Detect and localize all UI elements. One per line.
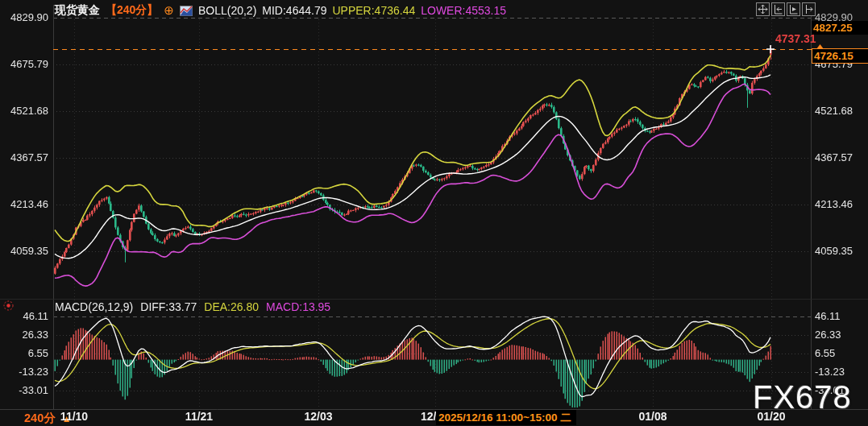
y-tick-main-left: 4521.68 xyxy=(0,105,48,117)
x-tick: 11/21 xyxy=(185,410,213,423)
macd-diff-value: DIFF:33.77 xyxy=(140,300,197,313)
boll-mid-value: MID:4644.79 xyxy=(262,4,326,17)
y-tick-macd-left: 26.33 xyxy=(0,329,48,341)
y-tick-main-left: 4213.46 xyxy=(0,198,48,210)
high-marker-label: 4827.25 xyxy=(812,21,868,35)
shift-right-icon[interactable] xyxy=(802,2,816,16)
y-tick-main-right: 4367.57 xyxy=(815,151,853,163)
macd-name: MACD(26,12,9) xyxy=(55,300,133,313)
x-tick: 01/08 xyxy=(638,410,667,423)
macd-header: MACD(26,12,9) DIFF:33.77 DEA:26.80 MACD:… xyxy=(55,300,330,313)
x-tick: 11/10 xyxy=(60,410,88,423)
chart-thumb-icon[interactable] xyxy=(180,6,193,16)
y-tick-macd-right: 46.11 xyxy=(815,310,841,322)
boll-label: BOLL(20,2) xyxy=(198,4,256,17)
y-tick-main-left: 4675.79 xyxy=(0,58,48,70)
fit-left-icon[interactable] xyxy=(771,2,785,16)
y-tick-macd-right: -13.23 xyxy=(815,366,845,378)
symbol-name: 现货黄金 xyxy=(55,3,100,18)
chart-header: 现货黄金 【240分】 ⊕ BOLL(20,2) MID:4644.79 UPP… xyxy=(55,3,506,18)
y-tick-main-left: 4829.90 xyxy=(0,11,48,23)
macd-macd-value: MACD:13.95 xyxy=(266,300,330,313)
y-tick-macd-left: -13.23 xyxy=(0,366,48,378)
y-tick-macd-right: 26.33 xyxy=(815,329,841,341)
chart-toolbar xyxy=(756,2,816,16)
y-tick-main-right: 4521.68 xyxy=(815,105,853,117)
pan-icon[interactable] xyxy=(756,2,770,16)
y-tick-macd-left: 46.11 xyxy=(0,310,48,322)
watermark: FX678 xyxy=(753,379,852,416)
y-tick-main-right: 4213.46 xyxy=(815,198,853,210)
macd-dea-value: DEA:26.80 xyxy=(204,300,259,313)
period-tag[interactable]: 【240分】 xyxy=(106,3,158,18)
x-tick: 12/03 xyxy=(304,410,332,423)
chart-canvas[interactable] xyxy=(0,0,868,426)
session-high-label: 4737.31 xyxy=(775,32,816,45)
y-tick-main-left: 4059.35 xyxy=(0,245,48,257)
y-tick-main-right: 4059.35 xyxy=(815,245,853,257)
y-tick-macd-left: -33.01 xyxy=(0,384,48,396)
boll-upper-value: UPPER:4736.44 xyxy=(332,4,415,17)
chart-window: 现货黄金 【240分】 ⊕ BOLL(20,2) MID:4644.79 UPP… xyxy=(0,0,868,426)
y-tick-macd-left: 6.55 xyxy=(0,347,48,359)
boll-lower-value: LOWER:4553.15 xyxy=(421,4,506,17)
fit-right-icon[interactable] xyxy=(787,2,800,16)
crosshair-date-tooltip: 2025/12/16 11:00~15:00 二 xyxy=(436,410,576,425)
y-tick-macd-right: 6.55 xyxy=(815,347,835,359)
interval-label: 240分 xyxy=(24,411,56,426)
last-price-label: 4726.15 xyxy=(812,48,868,64)
y-tick-main-left: 4367.57 xyxy=(0,151,48,163)
add-indicator-icon[interactable]: ⊕ xyxy=(164,6,174,14)
